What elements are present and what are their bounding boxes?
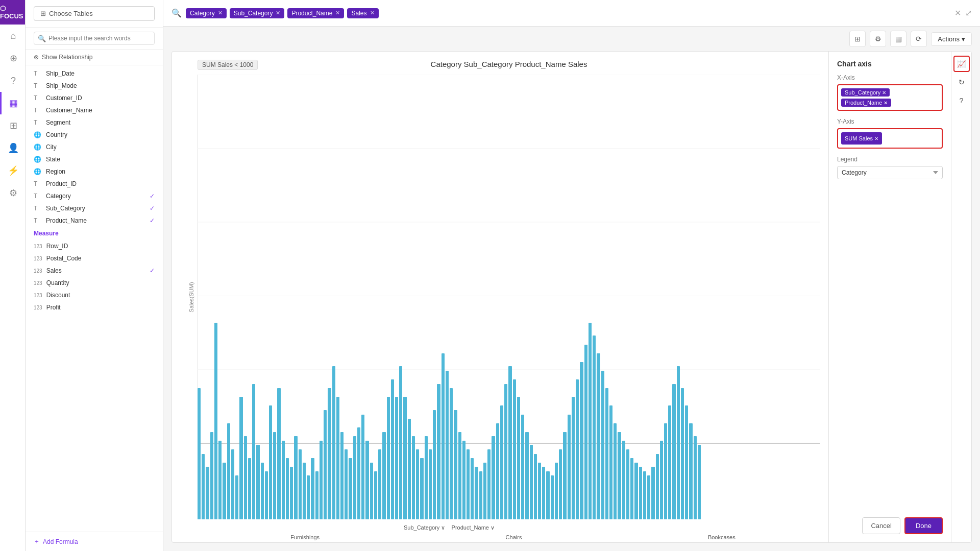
bar-item[interactable]	[668, 405, 671, 519]
bar-item[interactable]	[403, 397, 406, 519]
bar-item[interactable]	[698, 445, 701, 519]
bar-item[interactable]	[286, 458, 289, 519]
bar-item[interactable]	[681, 388, 684, 519]
sidebar-item-ship_mode[interactable]: TShip_Mode	[26, 80, 163, 92]
bar-item[interactable]	[395, 397, 398, 519]
bar-item[interactable]	[320, 441, 323, 519]
bar-item[interactable]	[471, 458, 474, 519]
bar-item[interactable]	[231, 449, 234, 519]
remove-subcategory-x-icon[interactable]: ✕	[882, 90, 886, 95]
bar-item[interactable]	[365, 441, 369, 519]
nav-table[interactable]: ⊞	[0, 114, 26, 137]
bar-item[interactable]	[475, 467, 478, 519]
refresh-icon[interactable]: ↻	[953, 74, 970, 90]
bar-item[interactable]	[374, 471, 377, 519]
bar-item[interactable]	[677, 366, 680, 519]
bar-item[interactable]	[315, 471, 318, 519]
bar-item[interactable]	[597, 353, 600, 519]
nav-search[interactable]: ⊕	[0, 47, 26, 69]
tag-remove-product_name[interactable]: ✕	[335, 10, 340, 16]
remove-productname-x-icon[interactable]: ✕	[884, 100, 888, 106]
bar-item[interactable]	[399, 366, 402, 519]
bar-item[interactable]	[345, 449, 348, 519]
bar-item[interactable]	[223, 463, 226, 519]
sidebar-item-discount[interactable]: 123Discount	[26, 289, 163, 301]
bar-item[interactable]	[563, 432, 566, 519]
sidebar-item-sales[interactable]: 123Sales✓	[26, 265, 163, 277]
bar-item[interactable]	[576, 379, 579, 519]
legend-select[interactable]: Category Sub_Category None	[837, 166, 943, 179]
bar-item[interactable]	[508, 366, 511, 519]
bar-item[interactable]	[651, 467, 654, 519]
bar-item[interactable]	[572, 397, 575, 519]
bar-item[interactable]	[227, 423, 230, 519]
bar-item[interactable]	[626, 449, 629, 519]
bar-item[interactable]	[198, 388, 201, 519]
bar-item[interactable]	[357, 427, 360, 519]
top-bar-close-icon[interactable]: ✕	[954, 8, 961, 18]
bar-item[interactable]	[303, 463, 306, 519]
chart-icon-btn-table[interactable]: ▦	[890, 31, 906, 47]
bar-item[interactable]	[483, 463, 486, 519]
bar-item[interactable]	[559, 449, 562, 519]
remove-sumsales-x-icon[interactable]: ✕	[874, 136, 878, 141]
bar-item[interactable]	[639, 467, 642, 519]
bar-item[interactable]	[412, 436, 415, 519]
bar-item[interactable]	[408, 419, 411, 519]
bar-item[interactable]	[647, 475, 650, 519]
sidebar-item-region[interactable]: 🌐Region	[26, 165, 163, 178]
sidebar-item-product_name[interactable]: TProduct_Name✓	[26, 214, 163, 227]
nav-home[interactable]: ⌂	[0, 25, 26, 47]
chart-icon-btn-settings[interactable]: ⚙	[870, 31, 886, 47]
bar-item[interactable]	[387, 397, 390, 519]
bar-item[interactable]	[634, 463, 638, 519]
bar-item[interactable]	[660, 441, 663, 519]
bar-item[interactable]	[513, 379, 516, 519]
bar-item[interactable]	[210, 432, 213, 519]
bar-item[interactable]	[290, 467, 293, 519]
bar-item[interactable]	[202, 454, 205, 519]
bar-item[interactable]	[546, 471, 549, 519]
bar-item[interactable]	[551, 475, 554, 519]
show-relationship[interactable]: ⊗ Show Relationship	[26, 50, 163, 65]
bar-item[interactable]	[694, 436, 697, 519]
done-button[interactable]: Done	[904, 517, 943, 534]
bar-item[interactable]	[630, 458, 633, 519]
chart-icon-btn-share[interactable]: ⟳	[911, 31, 927, 47]
bar-item[interactable]	[218, 441, 222, 519]
bar-item[interactable]	[353, 436, 356, 519]
bar-item[interactable]	[534, 454, 537, 519]
bar-item[interactable]	[294, 436, 297, 519]
bar-item[interactable]	[378, 449, 381, 519]
choose-tables-button[interactable]: ⊞ Choose Tables	[34, 6, 155, 21]
bar-item[interactable]	[307, 475, 310, 519]
bar-item[interactable]	[361, 415, 364, 519]
bar-item[interactable]	[429, 449, 432, 519]
bar-item[interactable]	[500, 405, 503, 519]
bar-item[interactable]	[664, 423, 667, 519]
bar-item[interactable]	[256, 445, 259, 519]
bar-item[interactable]	[672, 384, 675, 519]
bar-item[interactable]	[530, 445, 533, 519]
sidebar-item-state[interactable]: 🌐State	[26, 153, 163, 165]
sidebar-item-customer_name[interactable]: TCustomer_Name	[26, 104, 163, 116]
sidebar-item-profit[interactable]: 123Profit	[26, 301, 163, 314]
bar-item[interactable]	[538, 463, 541, 519]
bar-item[interactable]	[324, 410, 327, 519]
bar-item[interactable]	[555, 463, 558, 519]
cancel-button[interactable]: Cancel	[862, 517, 900, 534]
bar-item[interactable]	[269, 405, 272, 519]
bar-item[interactable]	[416, 449, 419, 519]
bar-item[interactable]	[336, 397, 339, 519]
bar-item[interactable]	[273, 432, 276, 519]
bar-item[interactable]	[685, 405, 688, 519]
bar-item[interactable]	[382, 432, 385, 519]
bar-item[interactable]	[282, 441, 285, 519]
bar-item[interactable]	[450, 388, 453, 519]
bar-item[interactable]	[492, 436, 495, 519]
bar-item[interactable]	[244, 436, 247, 519]
bar-item[interactable]	[425, 436, 428, 519]
sidebar-item-country[interactable]: 🌐Country	[26, 129, 163, 141]
sidebar-item-postal_code[interactable]: 123Postal_Code	[26, 252, 163, 265]
tag-remove-category[interactable]: ✕	[218, 10, 223, 16]
